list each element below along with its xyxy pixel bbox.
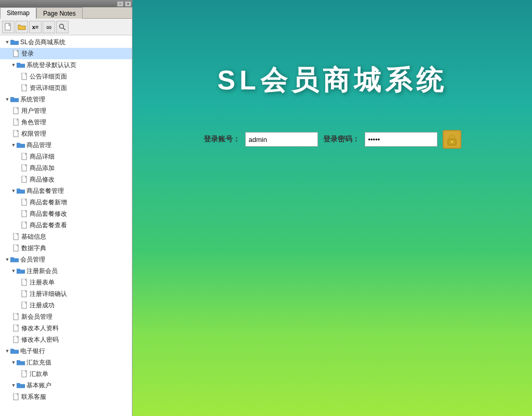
page-icon-user-mgmt	[12, 107, 20, 114]
page-icon-data-dict	[12, 244, 20, 252]
tree-item-bundle-edit[interactable]: 商品套餐修改	[0, 208, 132, 219]
tree-item-contact-service[interactable]: 联系客服	[0, 391, 132, 402]
page-icon-role-mgmt	[12, 119, 20, 126]
tree-item-announcement[interactable]: 公告详细页面	[0, 71, 132, 82]
tree-item-ebank[interactable]: ▼ 电子银行	[0, 345, 132, 357]
tree-item-edit-profile[interactable]: 修改本人资料	[0, 322, 132, 334]
login-password-label: 登录密码：	[323, 135, 360, 144]
login-form: 登录账号： 登录密码：	[204, 130, 461, 149]
tree-item-remittance[interactable]: 汇款单	[0, 368, 132, 380]
folder-icon-system-mgmt	[10, 96, 19, 103]
folder-icon-basic-account	[17, 382, 25, 389]
tree-item-product-edit[interactable]: 商品修改	[0, 174, 132, 185]
close-button[interactable]: ×	[125, 1, 131, 7]
login-account-label: 登录账号：	[204, 135, 240, 144]
tree-item-basic-info[interactable]: 基础信息	[0, 231, 132, 242]
folder-icon-recharge	[17, 359, 25, 366]
tree-item-new-member-mgmt[interactable]: 新会员管理	[0, 311, 132, 322]
login-password-input[interactable]	[365, 132, 437, 147]
page-icon-news	[21, 84, 28, 92]
page-icon-bundle-add	[21, 199, 28, 206]
page-icon-remittance	[21, 370, 28, 378]
tree-item-member-mgmt[interactable]: ▼ 会员管理	[0, 254, 132, 265]
arrow-recharge: ▼	[10, 359, 17, 366]
toolbar: x= ∞	[0, 19, 132, 35]
tree-item-register-confirm[interactable]: 注册详细确认	[0, 288, 132, 300]
tree-item-bundle-view[interactable]: 商品套餐查看	[0, 219, 132, 231]
lock-icon	[446, 132, 458, 147]
main-title: SL会员商城系统	[217, 62, 447, 99]
new-page-icon	[4, 23, 12, 31]
tree-item-perm-mgmt[interactable]: 权限管理	[0, 128, 132, 139]
tree-item-basic-account[interactable]: ▼ 基本账户	[0, 380, 132, 391]
tree-item-product-add[interactable]: 商品添加	[0, 162, 132, 174]
folder-icon-bundle-mgmt	[17, 187, 25, 194]
arrow-ebank: ▼	[4, 348, 10, 354]
tree-item-bundle-add[interactable]: 商品套餐新增	[0, 197, 132, 208]
arrow-bundle-mgmt: ▼	[10, 188, 17, 194]
page-icon-product-add	[21, 164, 28, 172]
arrow-system-login: ▼	[10, 62, 17, 68]
tree-item-recharge[interactable]: ▼ 汇款充值	[0, 357, 132, 368]
new-folder-icon	[18, 23, 26, 31]
tree-item-system-login-default[interactable]: ▼ 系统登录默认认页	[0, 59, 132, 71]
link-button[interactable]: ∞	[43, 21, 55, 33]
arrow-basic-account: ▼	[10, 382, 17, 388]
page-icon-perm-mgmt	[12, 130, 20, 137]
folder-icon-root	[10, 38, 19, 46]
tab-sitemap[interactable]: Sitemap	[0, 7, 36, 19]
page-icon-register-form	[21, 279, 28, 286]
tree-item-register-new[interactable]: ▼ 注册新会员	[0, 265, 132, 277]
page-icon-login	[12, 50, 20, 57]
arrow-root: ▼	[4, 39, 10, 45]
page-icon-product-edit	[21, 176, 28, 183]
folder-icon-system-login	[17, 61, 25, 69]
page-icon-product-detail	[21, 153, 28, 160]
folder-icon-member-mgmt	[10, 256, 19, 263]
variable-button[interactable]: x=	[29, 21, 42, 33]
page-icon-edit-profile	[12, 324, 20, 332]
tree-item-register-success[interactable]: 注册成功	[0, 300, 132, 311]
page-icon-new-member-mgmt	[12, 313, 20, 320]
minimize-button[interactable]: −	[117, 1, 124, 7]
page-icon-contact-service	[12, 393, 20, 400]
tree-item-system-mgmt[interactable]: ▼ 系统管理	[0, 94, 132, 105]
page-icon-bundle-view	[21, 222, 28, 229]
svg-point-26	[451, 141, 453, 143]
new-page-button[interactable]	[2, 21, 15, 33]
login-button[interactable]	[443, 130, 461, 149]
tree-item-root[interactable]: ▼ SL会员商城系统	[0, 36, 132, 48]
search-icon	[59, 23, 66, 31]
tree-item-user-mgmt[interactable]: 用户管理	[0, 105, 132, 116]
login-account-input[interactable]	[245, 132, 318, 147]
page-icon-announcement	[21, 73, 28, 80]
page-icon-edit-password	[12, 336, 20, 343]
svg-point-1	[60, 24, 64, 28]
tree-item-product-mgmt[interactable]: ▼ 商品管理	[0, 139, 132, 151]
tree-item-news[interactable]: 资讯详细页面	[0, 82, 132, 94]
arrow-member-mgmt: ▼	[4, 256, 10, 263]
tree-item-data-dict[interactable]: 数据字典	[0, 242, 132, 254]
page-icon-basic-info	[12, 233, 20, 240]
page-icon-register-success	[21, 302, 28, 309]
page-icon-bundle-edit	[21, 210, 28, 217]
tree-item-edit-password[interactable]: 修改本人密码	[0, 334, 132, 345]
sitemap-tree: ▼ SL会员商城系统 登录 ▼ 系统登录默认认页	[0, 35, 132, 416]
tree-item-role-mgmt[interactable]: 角色管理	[0, 116, 132, 128]
page-icon-register-confirm	[21, 290, 28, 297]
arrow-register-new: ▼	[10, 268, 17, 274]
tab-bar: Sitemap Page Notes	[0, 7, 132, 19]
title-bar: − ×	[0, 0, 132, 7]
new-folder-button[interactable]	[16, 21, 28, 33]
arrow-system-mgmt: ▼	[4, 96, 10, 102]
search-button[interactable]	[56, 21, 69, 33]
svg-line-2	[63, 28, 66, 30]
tree-item-product-detail[interactable]: 商品详细	[0, 151, 132, 162]
tab-page-notes[interactable]: Page Notes	[36, 7, 83, 19]
folder-icon-register-new	[17, 267, 25, 275]
tree-item-register-form[interactable]: 注册表单	[0, 277, 132, 288]
folder-icon-ebank	[10, 347, 19, 355]
left-panel: − × Sitemap Page Notes x= ∞	[0, 0, 132, 416]
tree-item-login[interactable]: 登录	[0, 48, 132, 59]
tree-item-bundle-mgmt[interactable]: ▼ 商品套餐管理	[0, 185, 132, 197]
